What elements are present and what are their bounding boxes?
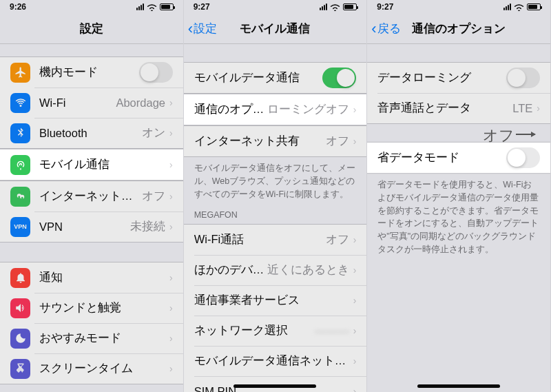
nav-bar: 設定 — [0, 14, 183, 44]
bell-icon — [10, 268, 30, 288]
signal-icon — [136, 3, 144, 10]
back-button[interactable]: ‹設定 — [188, 21, 217, 37]
settings-list[interactable]: 機内モード Wi-Fi Abordage › Bluetooth オン › — [0, 44, 183, 392]
mobile-data-cell[interactable]: モバイルデータ通信 — [184, 63, 367, 93]
speaker-icon — [10, 298, 30, 318]
cellular-cell[interactable]: モバイル通信 › — [0, 149, 183, 180]
chevron-right-icon: › — [353, 265, 357, 276]
cell-label: ほかのデバイスでの通話 — [194, 262, 267, 278]
chevron-right-icon: › — [169, 191, 173, 202]
back-button[interactable]: ‹戻る — [371, 21, 400, 37]
roaming-toggle[interactable] — [506, 68, 540, 88]
cell-value: 近くにあるとき — [267, 262, 349, 278]
airplane-icon — [10, 63, 30, 83]
cell-label: モバイルデータ通信 — [194, 70, 323, 85]
wifi-icon — [147, 3, 157, 11]
cell-label: モバイル通信 — [39, 157, 169, 172]
chevron-right-icon: › — [353, 355, 357, 367]
annotation-arrow — [516, 134, 535, 135]
data-network-cell[interactable]: モバイルデータ通信ネットワーク › — [184, 346, 367, 376]
bluetooth-cell[interactable]: Bluetooth オン › — [0, 118, 183, 148]
signal-icon — [503, 3, 511, 10]
cell-label: サウンドと触覚 — [39, 300, 169, 316]
battery-icon — [160, 3, 174, 10]
cellular-options-cell[interactable]: 通信のオプション ローミングオフ › — [184, 94, 367, 125]
screentime-cell[interactable]: スクリーンタイム › — [0, 353, 183, 384]
cell-value: LTE — [512, 102, 532, 115]
cell-label: ネットワーク選択 — [194, 323, 315, 338]
dnd-cell[interactable]: おやすみモード › — [0, 323, 183, 353]
footer-text: 省データモードを使用すると、Wi-Fiおよびモバイルデータ通信のデータ使用量を節… — [367, 174, 550, 262]
airplane-mode-cell[interactable]: 機内モード — [0, 57, 183, 87]
cell-label: データローミング — [377, 70, 506, 85]
carrier-services-cell[interactable]: 通信事業者サービス › — [184, 285, 367, 316]
low-data-mode-cell[interactable]: 省データモード — [367, 143, 550, 173]
chevron-right-icon: › — [169, 97, 173, 108]
cell-label: 通信事業者サービス — [194, 293, 353, 308]
airplane-toggle[interactable] — [139, 62, 173, 83]
hotspot-cell[interactable]: インターネット共有 オフ › — [184, 126, 367, 156]
chevron-right-icon: › — [353, 386, 357, 392]
nav-bar: ‹設定 モバイル通信 — [184, 14, 367, 44]
wifi-icon — [330, 3, 340, 11]
mobile-data-toggle[interactable] — [322, 68, 356, 88]
cellular-list[interactable]: モバイルデータ通信 通信のオプション ローミングオフ › インターネット共有 オ… — [184, 44, 367, 392]
home-indicator[interactable] — [233, 384, 316, 388]
network-select-cell[interactable]: ネットワーク選択 ——— › — [184, 316, 367, 346]
chevron-right-icon: › — [169, 159, 173, 170]
cell-label: インターネット共有 — [194, 134, 326, 149]
footer-text: モバイルデータ通信をオフにして、メール、Webブラウズ、プッシュ通知などのすべて… — [184, 157, 367, 206]
low-data-toggle[interactable] — [506, 147, 540, 168]
cell-value: Abordage — [116, 96, 165, 110]
cell-label: VPN — [39, 220, 130, 234]
other-devices-cell[interactable]: ほかのデバイスでの通話 近くにあるとき › — [184, 255, 367, 285]
nav-bar: ‹戻る 通信のオプション — [367, 14, 550, 44]
notifications-cell[interactable]: 通知 › — [0, 262, 183, 293]
wifi-calling-cell[interactable]: Wi-Fi通話 オフ › — [184, 225, 367, 255]
chevron-right-icon: › — [169, 221, 173, 232]
moon-icon — [10, 329, 30, 349]
options-list[interactable]: データローミング 音声通話とデータ LTE › 省データモード 省データモードを… — [367, 44, 550, 392]
chevron-right-icon: › — [353, 325, 357, 336]
cell-value: 未接続 — [130, 219, 165, 234]
page-title: モバイル通信 — [240, 21, 310, 37]
cell-label: おやすみモード — [39, 331, 169, 346]
cell-label: Wi-Fi — [39, 96, 116, 110]
sounds-cell[interactable]: サウンドと触覚 › — [0, 293, 183, 323]
chevron-right-icon: › — [169, 302, 173, 313]
cell-value: ローミングオフ — [267, 102, 349, 117]
status-bar: 9:26 — [0, 0, 183, 14]
cell-label: Bluetooth — [39, 127, 142, 140]
cell-label: 通知 — [39, 270, 169, 285]
chevron-right-icon: › — [169, 272, 173, 283]
hourglass-icon — [10, 359, 30, 379]
cell-value: オフ — [326, 232, 349, 247]
chevron-right-icon: › — [353, 295, 357, 306]
vpn-cell[interactable]: VPN VPN 未接続 › — [0, 212, 183, 242]
page-title: 設定 — [80, 21, 103, 37]
cell-label: 機内モード — [39, 65, 139, 80]
clock: 9:26 — [10, 2, 26, 12]
cell-label: スクリーンタイム — [39, 361, 169, 376]
clock: 9:27 — [194, 2, 210, 12]
home-indicator[interactable] — [417, 384, 500, 388]
chevron-left-icon: ‹ — [371, 21, 376, 37]
chevron-right-icon: › — [353, 234, 357, 245]
status-bar: 9:27 — [184, 0, 367, 14]
wifi-cell[interactable]: Wi-Fi Abordage › — [0, 87, 183, 118]
voice-data-cell[interactable]: 音声通話とデータ LTE › — [367, 93, 550, 123]
cell-label: インターネット共有 — [39, 189, 142, 204]
hotspot-cell[interactable]: インターネット共有 オフ › — [0, 181, 183, 212]
wifi-icon — [514, 3, 524, 11]
battery-icon — [527, 3, 541, 10]
clock: 9:27 — [377, 2, 393, 12]
bluetooth-icon — [10, 123, 30, 143]
cell-label: 音声通話とデータ — [377, 101, 512, 116]
cell-value: ——— — [315, 324, 349, 338]
data-roaming-cell[interactable]: データローミング — [367, 63, 550, 93]
page-title: 通信のオプション — [412, 21, 506, 37]
cell-label: 通信のオプション — [194, 102, 267, 117]
cell-value: オフ — [326, 134, 349, 149]
status-bar: 9:27 — [367, 0, 550, 14]
cellular-pane: 9:27 ‹設定 モバイル通信 モバイルデータ通信 通信のオプション ローミング… — [184, 0, 368, 392]
